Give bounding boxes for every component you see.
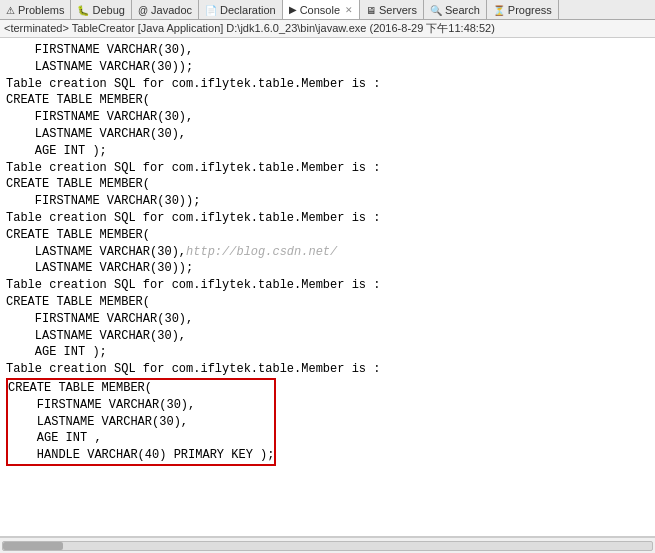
tab-console-label: Console: [300, 4, 340, 16]
console-text-pre: FIRSTNAME VARCHAR(30), LASTNAME VARCHAR(…: [6, 42, 649, 466]
status-text: <terminated> TableCreator [Java Applicat…: [4, 21, 495, 36]
search-icon: 🔍: [430, 5, 442, 16]
console-output[interactable]: FIRSTNAME VARCHAR(30), LASTNAME VARCHAR(…: [0, 38, 655, 537]
tab-servers[interactable]: 🖥 Servers: [360, 0, 424, 20]
tab-console[interactable]: ▶ Console ✕: [283, 0, 360, 20]
debug-icon: 🐛: [77, 5, 89, 16]
progress-icon: ⏳: [493, 5, 505, 16]
servers-icon: 🖥: [366, 5, 376, 16]
tab-search-label: Search: [445, 4, 480, 16]
tab-problems-label: Problems: [18, 4, 64, 16]
tab-declaration-label: Declaration: [220, 4, 276, 16]
tab-progress[interactable]: ⏳ Progress: [487, 0, 559, 20]
status-bar: <terminated> TableCreator [Java Applicat…: [0, 20, 655, 38]
tab-javadoc-label: Javadoc: [151, 4, 192, 16]
scrollbar-track[interactable]: [2, 541, 653, 551]
tab-progress-label: Progress: [508, 4, 552, 16]
tab-problems[interactable]: ⚠ Problems: [0, 0, 71, 20]
tab-debug[interactable]: 🐛 Debug: [71, 0, 131, 20]
problems-icon: ⚠: [6, 5, 15, 16]
tab-servers-label: Servers: [379, 4, 417, 16]
declaration-icon: 📄: [205, 5, 217, 16]
tab-bar: ⚠ Problems 🐛 Debug @ Javadoc 📄 Declarati…: [0, 0, 655, 20]
horizontal-scrollbar[interactable]: [0, 537, 655, 553]
console-close-icon[interactable]: ✕: [345, 5, 353, 15]
tab-declaration[interactable]: 📄 Declaration: [199, 0, 283, 20]
javadoc-icon: @: [138, 5, 148, 16]
tab-search[interactable]: 🔍 Search: [424, 0, 487, 20]
scrollbar-thumb[interactable]: [3, 542, 63, 550]
console-icon: ▶: [289, 4, 297, 15]
tab-javadoc[interactable]: @ Javadoc: [132, 0, 199, 20]
tab-debug-label: Debug: [92, 4, 124, 16]
